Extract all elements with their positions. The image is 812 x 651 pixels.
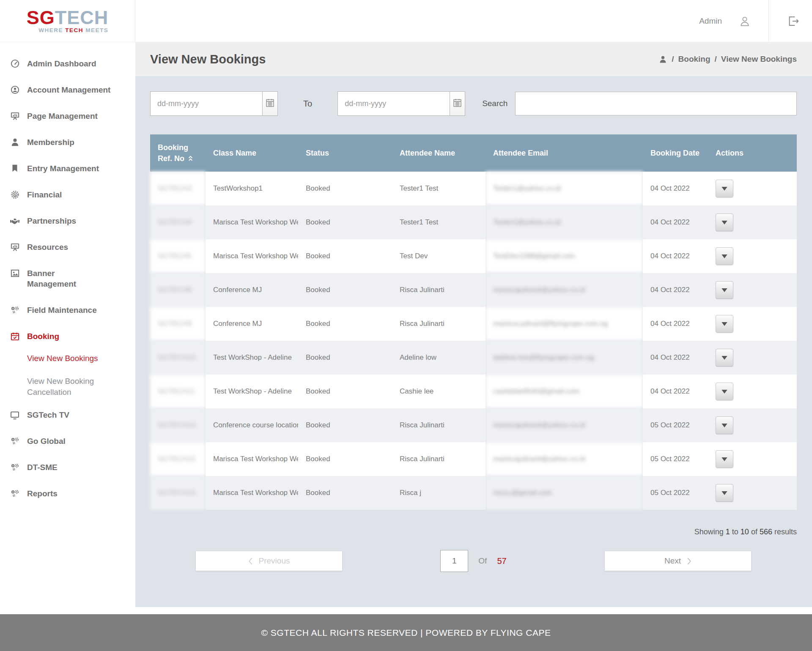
cell-status: Booked <box>298 273 392 307</box>
sidebar-item-dt-sme[interactable]: DT-SME <box>9 462 129 473</box>
svg-text:$: $ <box>14 193 16 197</box>
cell-status: Booked <box>298 442 392 476</box>
sidebar-item-view-new-booking-cancellation[interactable]: View New Booking Cancellation <box>9 376 115 398</box>
user-avatar-icon[interactable] <box>738 14 752 28</box>
sidebar-item-financial[interactable]: $Financial <box>9 189 129 200</box>
sidebar-item-membership[interactable]: Membership <box>9 137 129 148</box>
row-actions-button[interactable] <box>716 383 733 400</box>
chevron-right-icon <box>687 558 691 565</box>
sidebar-item-page-management[interactable]: Page Management <box>9 111 129 121</box>
cell-class-name: Conference course location <box>206 408 298 442</box>
sidebar-item-reports[interactable]: Reports <box>9 488 129 499</box>
row-actions-button[interactable] <box>716 247 733 265</box>
results-to: 10 <box>741 528 749 536</box>
column-header-attendee-email: Attendee Email <box>486 134 643 172</box>
cell-class-name: Marisca Test Workshop Wed <box>206 442 298 476</box>
cell-booking-ref: SGTECH10 <box>150 341 206 375</box>
breadcrumb: / Booking / View New Bookings <box>658 55 797 64</box>
account-icon <box>9 85 20 95</box>
column-header-label: Status <box>306 149 329 157</box>
cell-attendee-email: Tester1@yahoo.co.id <box>486 172 643 205</box>
column-header-booking-ref-no[interactable]: Booking Ref. No <box>150 134 206 172</box>
date-from-calendar-button[interactable] <box>262 92 277 115</box>
row-actions-button[interactable] <box>716 484 733 502</box>
sidebar-item-entry-management[interactable]: Entry Management <box>9 163 129 174</box>
sidebar-item-booking[interactable]: Booking <box>9 331 129 342</box>
cell-attendee-email: cashielee6540@gmail.com <box>486 375 643 408</box>
logo-tagline: WHERE TECH MEETS <box>27 27 109 33</box>
cell-attendee-email: adeline.low@flyingcape.com.sg <box>486 341 643 375</box>
cell-class-name: Test WorkShop - Adeline <box>206 341 298 375</box>
table-row: SGTECH16Marisca Test Workshop WedBookedR… <box>150 476 797 510</box>
page-number-input[interactable] <box>440 550 468 572</box>
date-from-field <box>150 91 278 116</box>
row-actions-button[interactable] <box>716 315 733 333</box>
cell-booking-date: 05 Oct 2022 <box>643 476 708 510</box>
search-input[interactable] <box>515 92 797 115</box>
date-to-input[interactable] <box>338 92 450 115</box>
cell-status: Booked <box>298 239 392 273</box>
caret-down-icon <box>721 456 727 462</box>
breadcrumb-user-icon[interactable] <box>658 55 667 64</box>
sidebar-item-go-global[interactable]: Go Global <box>9 436 129 446</box>
date-to-field <box>337 91 465 116</box>
cell-attendee-email: mariscajulinarti@yahoo.co.id <box>486 273 643 307</box>
chevron-left-icon <box>248 558 253 565</box>
date-to-calendar-button[interactable] <box>450 92 465 115</box>
row-actions-button[interactable] <box>716 416 733 434</box>
cell-booking-ref: SGTECH3 <box>150 172 206 205</box>
caret-down-icon <box>721 186 727 192</box>
row-actions-button[interactable] <box>716 450 733 468</box>
sidebar-item-view-new-bookings[interactable]: View New Bookings <box>9 353 115 364</box>
cell-booking-date: 04 Oct 2022 <box>643 239 708 273</box>
sidebar-item-admin-dashboard[interactable]: Admin Dashboard <box>9 58 129 69</box>
cell-class-name: TestWorkshop1 <box>206 172 298 205</box>
column-header-label: Booking Ref. No <box>158 143 188 163</box>
cell-booking-date: 04 Oct 2022 <box>643 172 708 205</box>
cell-attendee-email: TestDev1288@gmail.com <box>486 239 643 273</box>
sidebar-item-sgtech-tv[interactable]: SGTech TV <box>9 410 129 420</box>
sidebar-item-label: Partnerships <box>27 216 129 226</box>
results-from: 1 <box>726 528 730 536</box>
cell-class-name: Conference MJ <box>206 307 298 341</box>
cell-attendee-email: Tester1@yahoo.co.id <box>486 205 643 239</box>
page-root: SGTECH WHERE TECH MEETS Admin Admin Dash… <box>0 0 812 651</box>
cell-attendee-name: Risca Julinarti <box>392 273 486 307</box>
cell-booking-date: 04 Oct 2022 <box>643 273 708 307</box>
sidebar-item-resources[interactable]: Resources <box>9 242 129 252</box>
sidebar-item-banner-management[interactable]: Banner Management <box>9 268 129 289</box>
cell-class-name: Test WorkShop - Adeline <box>206 375 298 408</box>
sidebar-item-label: Reports <box>27 488 129 499</box>
filter-bar: To Search <box>150 91 797 116</box>
sidebar-item-label: Banner Management <box>27 268 79 289</box>
date-from-input[interactable] <box>151 92 262 115</box>
cell-attendee-name: Cashie lee <box>392 375 486 408</box>
cluster-icon <box>9 488 20 498</box>
sidebar-item-field-maintenance[interactable]: Field Maintenance <box>9 305 129 315</box>
sidebar-item-partnerships[interactable]: Partnerships <box>9 216 129 226</box>
calendar-check-icon <box>9 331 20 341</box>
cluster-icon <box>9 436 20 446</box>
sidebar-item-label: Entry Management <box>27 163 129 174</box>
caret-down-icon <box>721 490 727 496</box>
logo[interactable]: SGTECH WHERE TECH MEETS <box>0 0 135 42</box>
cell-attendee-name: Risca j <box>392 476 486 510</box>
calendar-icon <box>452 97 463 110</box>
row-actions-button[interactable] <box>716 349 733 367</box>
cell-booking-ref: SGTECH15 <box>150 442 206 476</box>
table-row: SGTECH15Marisca Test Workshop WedBookedR… <box>150 442 797 476</box>
logout-icon[interactable] <box>787 14 800 28</box>
row-actions-button[interactable] <box>716 213 733 231</box>
row-actions-button[interactable] <box>716 180 733 197</box>
cell-actions <box>708 172 797 205</box>
cell-actions <box>708 341 797 375</box>
main-panel: View New Bookings / Booking / View New B… <box>135 42 812 614</box>
previous-button[interactable]: Previous <box>195 551 343 571</box>
sidebar-item-account-management[interactable]: Account Management <box>9 85 129 95</box>
row-actions-button[interactable] <box>716 281 733 299</box>
next-button[interactable]: Next <box>604 551 752 571</box>
cell-booking-date: 05 Oct 2022 <box>643 442 708 476</box>
sidebar-item-label: Resources <box>27 242 129 252</box>
caret-down-icon <box>721 287 727 293</box>
breadcrumb-booking[interactable]: Booking <box>678 55 710 64</box>
